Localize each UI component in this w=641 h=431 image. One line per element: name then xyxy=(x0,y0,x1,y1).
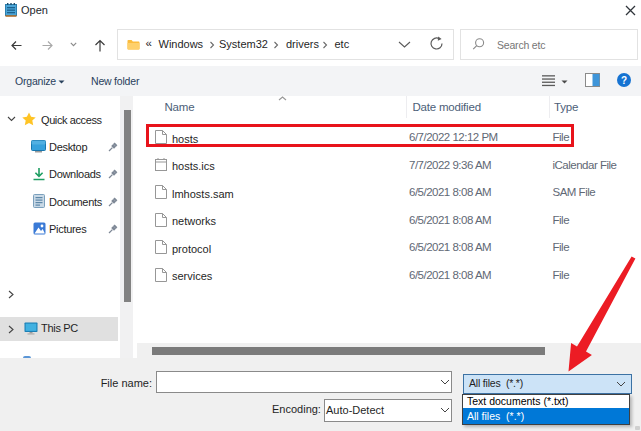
svg-text:?: ? xyxy=(621,75,627,86)
